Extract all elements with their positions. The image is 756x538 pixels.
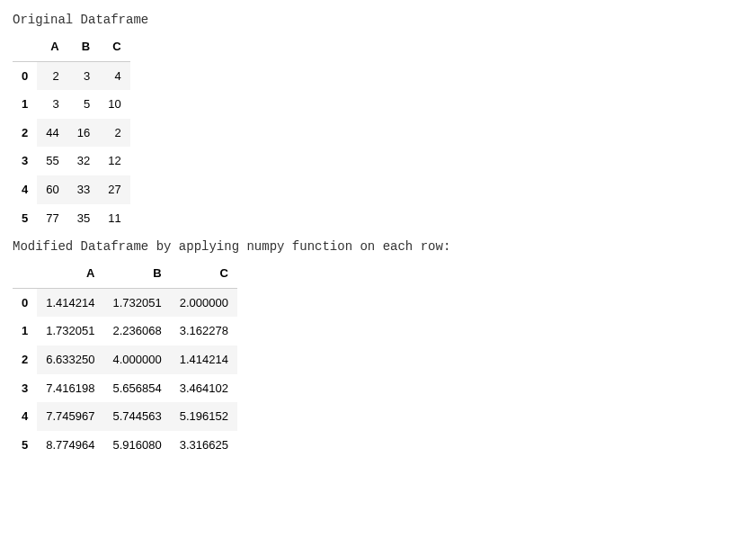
- row-index: 3: [13, 147, 37, 175]
- row-index: 1: [13, 90, 37, 119]
- modified-label: Modified Dataframe by applying numpy fun…: [13, 239, 743, 254]
- col-header: A: [37, 32, 67, 61]
- col-header: A: [37, 259, 103, 288]
- cell: 1.732051: [103, 288, 170, 317]
- row-index: 2: [13, 119, 37, 148]
- table-row: 5 77 35 11: [13, 204, 130, 233]
- original-label: Original Dataframe: [13, 13, 743, 27]
- cell: 1.414214: [37, 288, 103, 317]
- row-index: 3: [13, 374, 37, 403]
- cell: 60: [37, 175, 67, 204]
- cell: 55: [37, 147, 67, 175]
- cell: 35: [68, 204, 99, 233]
- cell: 1.414214: [171, 345, 237, 374]
- cell: 27: [99, 175, 129, 204]
- table-row: 3 55 32 12: [13, 147, 130, 175]
- cell: 5.196152: [171, 402, 237, 431]
- row-index: 5: [13, 431, 37, 460]
- cell: 3.464102: [171, 374, 237, 403]
- cell: 32: [68, 147, 99, 175]
- corner-cell: [13, 259, 37, 288]
- cell: 1.732051: [37, 317, 103, 345]
- cell: 10: [99, 90, 129, 119]
- row-index: 0: [13, 61, 37, 90]
- table-row: 0 2 3 4: [13, 61, 130, 90]
- cell: 2.236068: [103, 317, 170, 345]
- cell: 2.000000: [171, 288, 237, 317]
- header-row: A B C: [13, 259, 237, 288]
- cell: 5.916080: [103, 431, 170, 460]
- cell: 2: [37, 61, 67, 90]
- cell: 33: [68, 175, 99, 204]
- cell: 5.656854: [103, 374, 170, 403]
- cell: 11: [99, 204, 129, 233]
- table-row: 5 8.774964 5.916080 3.316625: [13, 431, 237, 460]
- row-index: 1: [13, 317, 37, 345]
- table-row: 0 1.414214 1.732051 2.000000: [13, 288, 237, 317]
- table-row: 3 7.416198 5.656854 3.464102: [13, 374, 237, 403]
- cell: 3: [37, 90, 67, 119]
- table-row: 4 60 33 27: [13, 175, 130, 204]
- cell: 12: [99, 147, 129, 175]
- header-row: A B C: [13, 32, 130, 61]
- col-header: B: [68, 32, 99, 61]
- cell: 8.774964: [37, 431, 103, 460]
- row-index: 0: [13, 288, 37, 317]
- table-row: 1 3 5 10: [13, 90, 130, 119]
- cell: 16: [68, 119, 99, 148]
- cell: 7.416198: [37, 374, 103, 403]
- cell: 3.316625: [171, 431, 237, 460]
- cell: 77: [37, 204, 67, 233]
- cell: 5: [68, 90, 99, 119]
- col-header: C: [99, 32, 129, 61]
- modified-dataframe-table: A B C 0 1.414214 1.732051 2.000000 1 1.7…: [13, 259, 237, 459]
- cell: 5.744563: [103, 402, 170, 431]
- cell: 6.633250: [37, 345, 103, 374]
- col-header: C: [171, 259, 237, 288]
- table-row: 1 1.732051 2.236068 3.162278: [13, 317, 237, 345]
- cell: 3: [68, 61, 99, 90]
- cell: 44: [37, 119, 67, 148]
- cell: 3.162278: [171, 317, 237, 345]
- cell: 4: [99, 61, 129, 90]
- row-index: 4: [13, 402, 37, 431]
- corner-cell: [13, 32, 37, 61]
- table-row: 2 6.633250 4.000000 1.414214: [13, 345, 237, 374]
- cell: 2: [99, 119, 129, 148]
- table-row: 2 44 16 2: [13, 119, 130, 148]
- original-dataframe-table: A B C 0 2 3 4 1 3 5 10 2 44 16 2 3 55 32…: [13, 32, 130, 232]
- row-index: 2: [13, 345, 37, 374]
- row-index: 5: [13, 204, 37, 233]
- table-row: 4 7.745967 5.744563 5.196152: [13, 402, 237, 431]
- cell: 4.000000: [103, 345, 170, 374]
- row-index: 4: [13, 175, 37, 204]
- col-header: B: [103, 259, 170, 288]
- cell: 7.745967: [37, 402, 103, 431]
